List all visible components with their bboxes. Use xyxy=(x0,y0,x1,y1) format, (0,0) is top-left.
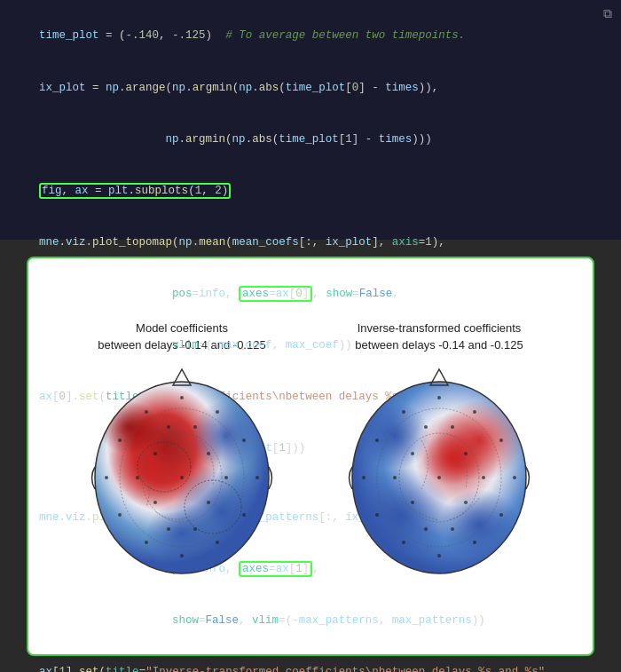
code-line-2: ix_plot = np.arange(np.argmin(np.abs(tim… xyxy=(12,62,609,114)
svg-point-23 xyxy=(180,476,184,479)
svg-point-38 xyxy=(439,489,519,560)
svg-point-30 xyxy=(167,425,170,429)
svg-point-39 xyxy=(359,402,430,470)
svg-point-56 xyxy=(437,476,441,479)
code-line-5: mne.viz.plot_topomap(np.mean(mean_coefs[… xyxy=(12,217,609,269)
svg-point-28 xyxy=(136,476,139,479)
svg-point-29 xyxy=(224,476,228,479)
code-line-3: np.argmin(np.abs(time_plot[1] - times))) xyxy=(12,114,609,165)
svg-point-54 xyxy=(473,541,476,544)
svg-point-45 xyxy=(402,410,405,414)
svg-point-13 xyxy=(216,410,219,414)
svg-point-16 xyxy=(105,476,108,479)
svg-point-33 xyxy=(193,527,197,531)
svg-point-26 xyxy=(153,501,157,504)
code-line-14: ax[1].set(title="Inverse-transformed coe… xyxy=(12,647,609,672)
left-topo-map xyxy=(75,360,288,591)
code-line-13: show=False, vlim=(-max_patterns, max_pat… xyxy=(12,596,609,647)
svg-point-41 xyxy=(421,431,483,485)
svg-point-25 xyxy=(207,452,210,455)
svg-point-32 xyxy=(167,527,170,531)
svg-point-24 xyxy=(153,452,157,455)
svg-point-46 xyxy=(473,410,476,414)
svg-point-58 xyxy=(464,452,468,455)
svg-point-27 xyxy=(207,501,210,504)
copy-icon[interactable]: ⧉ xyxy=(603,7,612,21)
svg-point-62 xyxy=(482,476,485,479)
code-line-6: pos=info, axes=ax[0], show=False, xyxy=(12,269,609,320)
svg-point-18 xyxy=(118,513,122,517)
svg-point-53 xyxy=(402,541,405,544)
svg-point-3 xyxy=(191,400,262,471)
svg-point-17 xyxy=(255,476,259,479)
code-line-1: time_plot = (-.140, -.125) # To average … xyxy=(12,11,609,62)
svg-point-63 xyxy=(424,425,428,429)
svg-point-21 xyxy=(216,541,219,544)
svg-point-61 xyxy=(393,476,397,479)
svg-point-12 xyxy=(145,410,148,414)
code-section: ⧉ time_plot = (-.140, -.125) # To averag… xyxy=(0,0,621,240)
svg-point-64 xyxy=(451,425,454,429)
svg-point-51 xyxy=(375,513,379,517)
svg-point-19 xyxy=(242,513,246,517)
svg-point-11 xyxy=(180,396,184,399)
svg-point-31 xyxy=(193,425,197,429)
svg-point-44 xyxy=(437,396,441,399)
left-plot-item: Model coefficients between delays -0.14 … xyxy=(62,320,302,590)
right-topo-map xyxy=(333,360,546,591)
svg-point-57 xyxy=(411,452,414,455)
svg-point-47 xyxy=(375,439,379,442)
svg-point-55 xyxy=(437,554,441,557)
svg-point-65 xyxy=(424,527,428,531)
svg-point-15 xyxy=(242,439,246,442)
svg-point-48 xyxy=(499,439,503,442)
svg-point-14 xyxy=(118,439,122,442)
svg-point-66 xyxy=(451,527,454,531)
svg-point-20 xyxy=(145,541,148,544)
svg-point-49 xyxy=(362,476,366,479)
code-line-4: fig, ax = plt.subplots(1, 2) xyxy=(12,165,609,217)
svg-point-50 xyxy=(513,476,516,479)
svg-point-60 xyxy=(464,501,468,504)
svg-point-52 xyxy=(499,513,503,517)
svg-point-22 xyxy=(180,554,184,557)
right-plot-item: Inverse-transformed coefficients between… xyxy=(319,320,559,590)
svg-point-59 xyxy=(411,501,414,504)
